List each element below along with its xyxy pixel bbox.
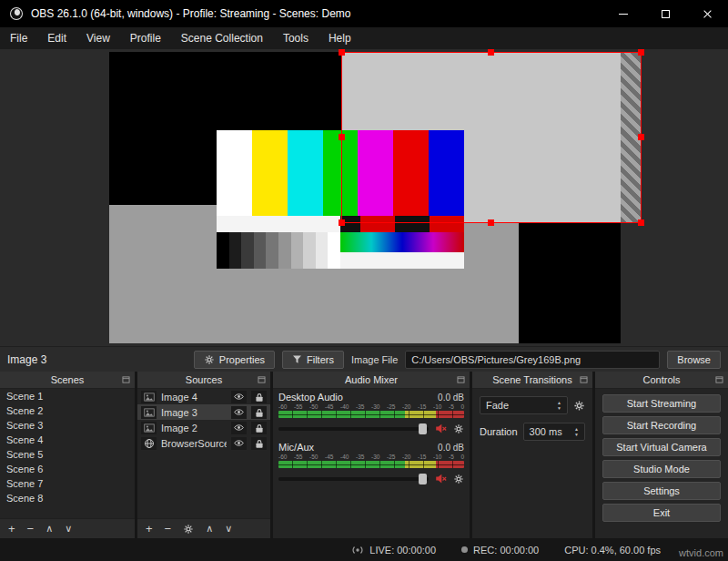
transitions-dock-title: Scene Transitions xyxy=(492,374,571,385)
watermark: wtvid.com xyxy=(679,547,723,558)
colorbar-gray-wedge xyxy=(217,232,340,269)
close-button[interactable] xyxy=(686,0,728,27)
move-source-down-button[interactable]: ∨ xyxy=(225,524,232,534)
scene-list-item[interactable]: Scene 8 xyxy=(0,491,135,505)
lock-icon[interactable] xyxy=(251,406,267,419)
lock-icon[interactable] xyxy=(251,437,267,450)
selection-handle-middle-left[interactable] xyxy=(339,134,345,140)
scene-list-item[interactable]: Scene 3 xyxy=(0,418,135,433)
studio-mode-button[interactable]: Studio Mode xyxy=(602,460,721,478)
mute-speaker-icon[interactable] xyxy=(435,423,447,434)
scene-list-item[interactable]: Scene 4 xyxy=(0,433,135,447)
lock-icon[interactable] xyxy=(251,422,267,434)
record-dot-icon xyxy=(461,546,468,553)
selection-handle-top-right[interactable] xyxy=(638,49,644,56)
start-streaming-button[interactable]: Start Streaming xyxy=(602,394,721,413)
menu-item-profile[interactable]: Profile xyxy=(120,27,171,49)
transition-properties-button[interactable] xyxy=(573,400,585,412)
sources-list: Image 4 Image 3 Image 2 xyxy=(137,389,270,518)
source-properties-gear-button[interactable] xyxy=(183,524,194,535)
window-title: OBS 26.1.0 (64-bit, windows) - Profile: … xyxy=(31,7,350,20)
meter-scale: -60-55-50-45-40-35-30-25-20-15-10-50 xyxy=(278,403,464,410)
scenes-list: Scene 1 Scene 2 Scene 3 Scene 4 Scene 5 … xyxy=(0,389,135,518)
controls-dock-header[interactable]: Controls xyxy=(595,372,728,389)
meter-scale: -60-55-50-45-40-35-30-25-20-15-10-50 xyxy=(278,454,464,460)
audio-mixer-dock: Audio Mixer Desktop Audio 0.0 dB -60-55-… xyxy=(273,372,470,538)
transitions-dock-header[interactable]: Scene Transitions xyxy=(472,372,592,389)
scene-list-item[interactable]: Scene 7 xyxy=(0,476,135,491)
combo-arrows-icon: ▲▼ xyxy=(557,401,561,411)
docks-area: Scenes Scene 1 Scene 2 Scene 3 Scene 4 S… xyxy=(0,372,728,538)
start-virtual-camera-button[interactable]: Start Virtual Camera xyxy=(602,438,721,456)
properties-button[interactable]: Properties xyxy=(194,351,275,369)
audio-mixer-dock-header[interactable]: Audio Mixer xyxy=(273,372,470,389)
exit-button[interactable]: Exit xyxy=(602,504,721,522)
menu-item-file[interactable]: File xyxy=(0,27,37,49)
scene-list-item[interactable]: Scene 6 xyxy=(0,462,135,476)
selection-bounding-box[interactable] xyxy=(341,52,642,223)
source-list-item[interactable]: Image 2 xyxy=(137,420,270,435)
image-file-path-input[interactable] xyxy=(405,351,660,369)
preview-area xyxy=(0,49,728,346)
scenes-dock-header[interactable]: Scenes xyxy=(0,372,135,389)
visibility-eye-icon[interactable] xyxy=(231,391,247,403)
source-list-item-selected[interactable]: Image 3 xyxy=(137,404,270,420)
visibility-eye-icon[interactable] xyxy=(231,437,247,450)
maximize-button[interactable] xyxy=(644,0,686,27)
selection-handle-bottom-left[interactable] xyxy=(339,219,345,226)
transition-select[interactable]: Fade ▲▼ xyxy=(480,396,568,414)
volume-slider-handle[interactable] xyxy=(419,423,427,434)
scene-list-item[interactable]: Scene 1 xyxy=(0,389,135,403)
spinbox-arrows-icon[interactable]: ▲▼ xyxy=(574,427,579,437)
transition-selected-value: Fade xyxy=(486,400,557,411)
source-list-item[interactable]: BrowserSource xyxy=(137,435,270,451)
scenes-dock-title: Scenes xyxy=(51,374,85,385)
selection-handle-top-left[interactable] xyxy=(339,49,345,56)
channel-settings-gear-icon[interactable] xyxy=(453,423,464,434)
source-name: Image 3 xyxy=(161,407,227,418)
obs-logo-icon xyxy=(9,6,24,21)
menu-item-edit[interactable]: Edit xyxy=(37,27,76,49)
selection-handle-bottom-right[interactable] xyxy=(638,219,644,226)
volume-slider-handle[interactable] xyxy=(419,474,427,484)
dock-popout-icon xyxy=(122,376,130,383)
selection-handle-middle-right[interactable] xyxy=(638,134,644,140)
menu-item-view[interactable]: View xyxy=(76,27,120,49)
start-recording-button[interactable]: Start Recording xyxy=(602,416,721,434)
visibility-eye-icon[interactable] xyxy=(231,406,247,419)
scene-list-item[interactable]: Scene 2 xyxy=(0,403,135,418)
filters-button[interactable]: Filters xyxy=(282,351,344,369)
settings-button[interactable]: Settings xyxy=(602,482,721,500)
remove-scene-button[interactable]: − xyxy=(27,523,35,535)
volume-slider[interactable] xyxy=(278,427,429,431)
mute-speaker-icon[interactable] xyxy=(435,473,447,484)
live-status: LIVE: 00:00:00 xyxy=(351,545,436,556)
add-source-button[interactable]: + xyxy=(146,523,153,535)
visibility-eye-icon[interactable] xyxy=(231,422,247,434)
source-list-item[interactable]: Image 4 xyxy=(137,389,270,404)
browse-button[interactable]: Browse xyxy=(667,351,721,369)
colorbar-white-strip xyxy=(340,252,464,269)
lock-icon[interactable] xyxy=(251,391,267,403)
duration-spinbox[interactable]: 300 ms ▲▼ xyxy=(523,423,585,441)
add-scene-button[interactable]: + xyxy=(8,523,15,535)
move-scene-up-button[interactable]: ∧ xyxy=(46,524,53,534)
channel-level-db: 0.0 dB xyxy=(438,443,464,453)
remove-source-button[interactable]: − xyxy=(165,523,172,535)
selection-handle-top-center[interactable] xyxy=(488,49,494,56)
channel-settings-gear-icon[interactable] xyxy=(453,474,464,484)
move-source-up-button[interactable]: ∧ xyxy=(206,524,213,534)
scene-list-item[interactable]: Scene 5 xyxy=(0,447,135,462)
sources-dock-header[interactable]: Sources xyxy=(137,372,270,389)
volume-slider[interactable] xyxy=(278,477,429,481)
selection-handle-bottom-center[interactable] xyxy=(488,219,494,226)
volume-meter xyxy=(278,411,464,418)
image-source-icon xyxy=(141,406,157,419)
menu-item-scene-collection[interactable]: Scene Collection xyxy=(171,27,273,49)
menu-item-help[interactable]: Help xyxy=(318,27,361,49)
minimize-icon xyxy=(619,14,628,15)
move-scene-down-button[interactable]: ∨ xyxy=(65,524,72,534)
menu-item-tools[interactable]: Tools xyxy=(273,27,318,49)
source-name: BrowserSource xyxy=(161,438,227,449)
minimize-button[interactable] xyxy=(602,0,644,27)
